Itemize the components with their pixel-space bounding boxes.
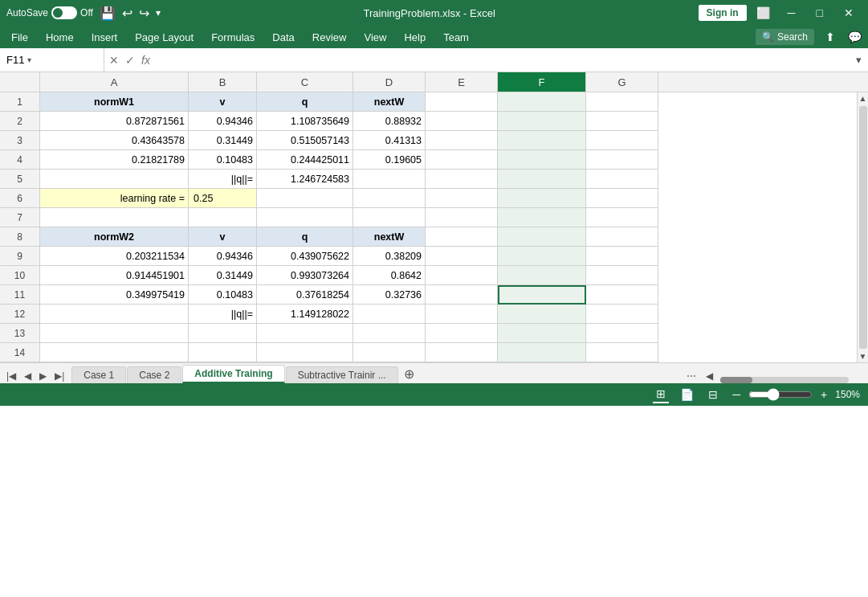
row-header-2[interactable]: 2 [0, 112, 39, 131]
cell-b11[interactable]: 0.10483 [189, 285, 257, 305]
name-box-chevron[interactable]: ▾ [27, 55, 31, 64]
share-button[interactable]: ⬆ [822, 29, 838, 45]
menu-insert[interactable]: Insert [84, 28, 126, 47]
cell-a6[interactable]: learning rate = [40, 189, 189, 208]
row-header-1[interactable]: 1 [0, 92, 39, 112]
cell-a7[interactable] [40, 208, 189, 227]
cell-g3[interactable] [586, 131, 658, 150]
cell-e2[interactable] [426, 112, 498, 131]
cell-d2[interactable]: 0.88932 [353, 112, 426, 131]
cell-e6[interactable] [426, 189, 498, 208]
cell-g9[interactable] [586, 247, 658, 266]
cell-d11[interactable]: 0.32736 [353, 285, 426, 305]
cell-b8[interactable]: v [189, 227, 257, 247]
page-layout-view-button[interactable]: 📄 [677, 386, 697, 403]
cell-f8[interactable] [498, 227, 586, 247]
cell-e11[interactable] [426, 285, 498, 305]
cell-e8[interactable] [426, 227, 498, 247]
menu-team[interactable]: Team [435, 28, 477, 47]
cell-b1[interactable]: v [189, 92, 257, 112]
cell-e5[interactable] [426, 170, 498, 189]
cell-d3[interactable]: 0.41313 [353, 131, 426, 150]
cell-b14[interactable] [189, 343, 257, 362]
cell-f14[interactable] [498, 343, 586, 362]
cell-f5[interactable] [498, 170, 586, 189]
cell-f3[interactable] [498, 131, 586, 150]
cell-c13[interactable] [257, 324, 353, 343]
cell-c4[interactable]: 0.244425011 [257, 150, 353, 170]
cell-g13[interactable] [586, 324, 658, 343]
horizontal-scrollbar[interactable] [720, 377, 865, 383]
menu-search[interactable]: 🔍 Search [756, 29, 814, 45]
col-header-d[interactable]: D [353, 72, 426, 92]
cell-f4[interactable] [498, 150, 586, 170]
cell-d8[interactable]: nextW [353, 227, 426, 247]
cell-d12[interactable] [353, 305, 426, 324]
sheet-tab-subtractive-training[interactable]: Subtractive Trainir ... [286, 366, 398, 383]
vertical-scrollbar[interactable]: ▲ ▼ [857, 92, 868, 362]
sheet-tab-case1[interactable]: Case 1 [71, 366, 126, 383]
cell-a10[interactable]: 0.914451901 [40, 266, 189, 285]
sheet-nav-next[interactable]: ▶ [36, 369, 50, 383]
cell-e4[interactable] [426, 150, 498, 170]
row-header-11[interactable]: 11 [0, 285, 39, 305]
save-icon[interactable]: 💾 [100, 6, 116, 21]
col-header-c[interactable]: C [257, 72, 353, 92]
cell-a8[interactable]: normW2 [40, 227, 189, 247]
row-header-9[interactable]: 9 [0, 247, 39, 266]
cell-b7[interactable] [189, 208, 257, 227]
formula-input[interactable] [155, 48, 856, 72]
cell-g4[interactable] [586, 150, 658, 170]
restore-icon[interactable]: ⬜ [752, 5, 775, 21]
row-header-6[interactable]: 6 [0, 189, 39, 208]
close-button[interactable]: ✕ [836, 3, 862, 22]
autosave-toggle[interactable] [51, 6, 77, 19]
sheet-tab-case2[interactable]: Case 2 [127, 366, 181, 383]
cell-b12[interactable]: ||q||= [189, 305, 257, 324]
cell-g8[interactable] [586, 227, 658, 247]
cell-e3[interactable] [426, 131, 498, 150]
menu-view[interactable]: View [356, 28, 394, 47]
cell-a12[interactable] [40, 305, 189, 324]
cell-g5[interactable] [586, 170, 658, 189]
col-header-a[interactable]: A [40, 72, 189, 92]
col-header-b[interactable]: B [189, 72, 257, 92]
cell-e14[interactable] [426, 343, 498, 362]
cell-d6[interactable] [353, 189, 426, 208]
formula-expand-icon[interactable]: ▾ [856, 54, 868, 66]
minimize-button[interactable]: ─ [780, 3, 804, 22]
sheet-tab-additive-training[interactable]: Additive Training [182, 365, 284, 383]
cell-g12[interactable] [586, 305, 658, 324]
cell-e9[interactable] [426, 247, 498, 266]
cell-a3[interactable]: 0.43643578 [40, 131, 189, 150]
cell-a9[interactable]: 0.203211534 [40, 247, 189, 266]
scroll-up-arrow[interactable]: ▲ [859, 94, 867, 103]
cell-d4[interactable]: 0.19605 [353, 150, 426, 170]
zoom-slider[interactable] [748, 388, 813, 401]
cell-d14[interactable] [353, 343, 426, 362]
cell-c14[interactable] [257, 343, 353, 362]
page-break-view-button[interactable]: ⊟ [705, 386, 721, 403]
cell-d13[interactable] [353, 324, 426, 343]
name-box[interactable]: F11 ▾ [0, 48, 104, 72]
maximize-button[interactable]: □ [809, 3, 831, 22]
cell-e7[interactable] [426, 208, 498, 227]
row-header-5[interactable]: 5 [0, 170, 39, 189]
cell-c3[interactable]: 0.515057143 [257, 131, 353, 150]
cell-a13[interactable] [40, 324, 189, 343]
cell-e1[interactable] [426, 92, 498, 112]
col-header-e[interactable]: E [426, 72, 498, 92]
cell-g1[interactable] [586, 92, 658, 112]
cell-g14[interactable] [586, 343, 658, 362]
cell-f9[interactable] [498, 247, 586, 266]
h-scroll-thumb[interactable] [720, 377, 752, 383]
sheet-scroll-left[interactable]: ⋯ [683, 369, 699, 383]
cell-c7[interactable] [257, 208, 353, 227]
cell-g11[interactable] [586, 285, 658, 305]
cell-c1[interactable]: q [257, 92, 353, 112]
cell-b3[interactable]: 0.31449 [189, 131, 257, 150]
menu-review[interactable]: Review [304, 28, 355, 47]
cell-f12[interactable] [498, 305, 586, 324]
fx-icon[interactable]: fx [141, 54, 150, 67]
row-header-13[interactable]: 13 [0, 324, 39, 343]
